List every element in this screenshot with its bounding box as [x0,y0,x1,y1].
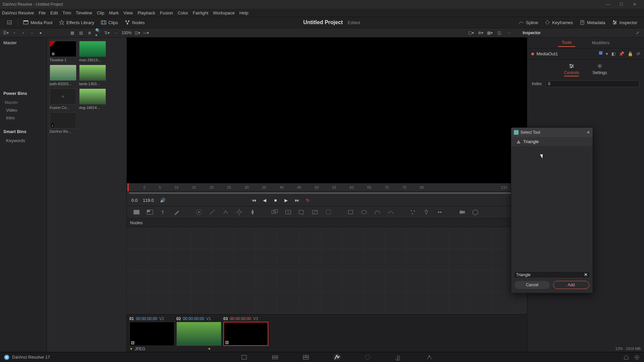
dialog-close-icon[interactable]: ✕ [587,130,590,135]
tab-tools[interactable]: Tools [558,39,575,47]
node-enabled-dot[interactable] [531,53,534,55]
zoom-level[interactable]: 100% [121,31,132,35]
more3-icon[interactable]: ··· [506,30,512,36]
menu-item[interactable]: Workspace [213,10,235,15]
spline-button[interactable]: Spline [515,18,541,26]
menu-item[interactable]: Help [239,10,249,15]
scrub-bar[interactable] [127,192,527,194]
tab-modifiers[interactable]: Modifiers [589,39,613,47]
chevron-down-icon[interactable]: ▾ [606,51,608,56]
menu-item[interactable]: Fusion [160,10,173,15]
menu-item[interactable]: View [123,10,133,15]
lock-icon[interactable]: 🔒 [628,51,633,56]
nodes-graph[interactable] [127,227,527,314]
more2-icon[interactable]: ··· [113,30,119,36]
fastnoise-tool-icon[interactable] [146,208,154,216]
polygon-mask-icon[interactable] [374,208,381,216]
page-cut-icon[interactable] [271,354,279,361]
dialog-search[interactable]: ✕ [514,271,590,278]
grid3-icon[interactable]: ▦▾ [487,30,493,36]
menu-item[interactable]: Fairlight [193,10,208,15]
power-bin-item[interactable]: Intro [0,114,47,122]
view-thumb-icon[interactable]: ▦ [69,30,75,36]
record-icon[interactable]: ● [38,30,44,36]
menu-icon[interactable]: ☰▾ [3,30,9,36]
pemitter-tool-icon[interactable] [423,208,430,216]
volume-icon[interactable]: 🔊 [159,196,166,204]
play-icon[interactable]: ▶ [282,196,290,204]
window-minimize[interactable]: — [601,2,614,7]
clip-thumb-selected[interactable]: 0300:00:00:00V3 ▧ [223,316,268,346]
subtab-settings[interactable]: Settings [592,63,607,76]
page-deliver-icon[interactable] [426,354,433,361]
matte-tool-icon[interactable] [222,208,229,216]
view-grid-icon[interactable]: ▤ [78,30,84,36]
clip-thumb[interactable]: 0100:00:00:00V2 ▧ [129,316,174,346]
index-input[interactable]: 0 [546,80,639,87]
menu-item[interactable]: File [39,10,46,15]
project-settings-icon[interactable] [634,354,640,360]
menu-item[interactable]: Edit [50,10,58,15]
tracker-tool-icon[interactable] [195,208,203,216]
nav-fwd-icon[interactable]: › [20,30,26,36]
media-thumb[interactable]: dog-18014... [79,88,106,110]
paint-tool-icon[interactable] [173,208,180,216]
search-icon[interactable]: 🔍▾ [95,30,101,36]
aspect-icon[interactable]: ▭▾ [143,30,149,36]
bspline-mask-icon[interactable] [387,208,394,216]
render3d-tool-icon[interactable] [472,208,479,216]
ellipse-mask-icon[interactable] [360,208,368,216]
power-bin-item[interactable]: Master [0,99,47,106]
dialog-search-input[interactable] [516,273,584,277]
blur-tool-icon[interactable] [249,208,256,216]
transform-tool-icon[interactable] [284,208,292,216]
page-color-icon[interactable] [364,354,371,361]
subtab-controls[interactable]: Controls [564,63,579,76]
view-list-icon[interactable]: ≣ [87,30,93,36]
keyframes-button[interactable]: Keyframes [541,18,576,26]
dropdown-icon[interactable] [3,18,15,26]
clear-search-icon[interactable]: ✕ [584,272,588,277]
metadata-button[interactable]: Metadata [576,18,608,26]
camera3d-tool-icon[interactable] [458,208,466,216]
globe-icon[interactable]: ⊕▾ [478,30,484,36]
media-thumb[interactable]: ♪DaVinci Re... [50,112,76,133]
text-tool-icon[interactable]: T [160,208,167,216]
page-fairlight-icon[interactable] [395,354,402,361]
inspector-button[interactable]: Inspector [609,18,641,26]
media-thumb[interactable]: path-83203... [50,65,76,86]
effects-library-button[interactable]: Effects Library [56,18,98,26]
fit-icon[interactable]: ◫▾ [135,30,141,36]
home-icon[interactable] [623,354,629,360]
media-thumb[interactable]: ⊞Timeline 1 [50,41,76,62]
page-edit-icon[interactable] [302,354,310,361]
media-thumb[interactable]: lamb-1353... [79,65,106,86]
sort-icon[interactable]: ⇅▾ [104,30,110,36]
power-bin-item[interactable]: Video [0,106,47,114]
single-view-icon[interactable]: ▢▾ [468,30,474,36]
dialog-titlebar[interactable]: Select Tool ✕ [511,128,593,137]
resize-tool-icon[interactable] [311,208,319,216]
stop-icon[interactable]: ■ [272,196,279,204]
crop-tool-icon[interactable] [325,208,332,216]
window-maximize[interactable]: ☐ [614,2,628,7]
loop-icon[interactable]: ↻ [304,196,311,204]
versions-icon[interactable]: ◧ [611,51,615,56]
page-fusion-icon[interactable] [333,354,340,361]
master-bin[interactable]: Master [0,38,47,48]
smart-bin-item[interactable]: Keywords [0,137,47,144]
menu-item[interactable]: Playback [138,10,155,15]
rectangle-mask-icon[interactable] [347,208,354,216]
particles-tool-icon[interactable] [409,208,417,216]
menu-item[interactable]: Mark [109,10,119,15]
page-media-icon[interactable] [240,354,248,361]
playhead[interactable] [127,183,129,192]
menu-item[interactable]: Trim [63,10,71,15]
nav-back-icon[interactable]: ‹ [11,30,17,36]
pin-icon[interactable]: 📌 [619,51,624,56]
corner-tool-icon[interactable] [298,208,305,216]
expand-icon[interactable]: ⤢ [635,30,641,36]
menu-item[interactable]: Clip [97,10,104,15]
brightness-tool-icon[interactable] [235,208,243,216]
reset-icon[interactable]: ↺ [636,51,640,56]
